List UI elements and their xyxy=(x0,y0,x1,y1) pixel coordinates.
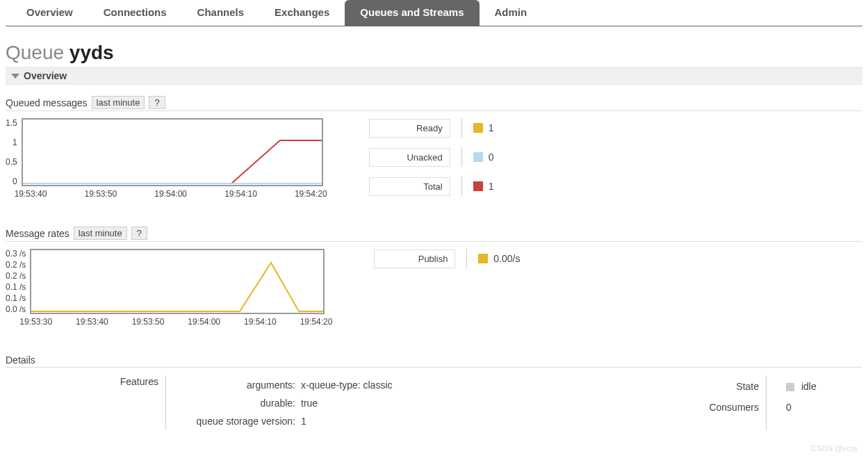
detail-value: true xyxy=(301,394,426,412)
ready-swatch-icon xyxy=(473,123,483,133)
state-value: idle xyxy=(786,376,862,397)
chart1-plot-area xyxy=(22,118,323,186)
message-rates-range-button[interactable]: last minute xyxy=(74,227,127,240)
consumers-value: 0 xyxy=(786,397,862,418)
tab-exchanges[interactable]: Exchanges xyxy=(259,0,345,26)
legend-total-value: 1 xyxy=(489,181,494,192)
entity-kind: Queue xyxy=(6,42,64,63)
message-rates-legend: Publish 0.00/s xyxy=(374,249,520,278)
message-rates-help-button[interactable]: ? xyxy=(131,227,147,240)
tab-overview[interactable]: Overview xyxy=(11,0,88,26)
entity-name: yyds xyxy=(69,42,114,63)
overview-section-label: Overview xyxy=(24,70,67,81)
publish-swatch-icon xyxy=(478,254,488,263)
detail-value: x-queue-type: classic xyxy=(301,376,426,394)
tab-connections[interactable]: Connections xyxy=(88,0,182,26)
tab-queues-streams[interactable]: Queues and Streams xyxy=(345,0,479,26)
details-grid: Features arguments: durable: queue stora… xyxy=(6,376,862,430)
legend-ready-value: 1 xyxy=(489,122,494,133)
tab-admin[interactable]: Admin xyxy=(480,0,543,26)
queued-messages-chart: 1.5 1 0.5 0 19:53:40 19:53:50 xyxy=(6,118,327,199)
legend-publish-value: 0.00/s xyxy=(493,253,520,264)
queued-messages-range-button[interactable]: last minute xyxy=(92,96,145,109)
legend-publish-button[interactable]: Publish xyxy=(374,250,455,268)
watermark: CSDN @vcoy xyxy=(811,444,858,452)
legend-unacked-value: 0 xyxy=(489,152,494,163)
legend-total-button[interactable]: Total xyxy=(369,177,450,196)
unacked-swatch-icon xyxy=(473,152,483,162)
chart2-x-axis: 19:53:30 19:53:40 19:53:50 19:54:00 19:5… xyxy=(19,314,332,327)
message-rates-header: Message rates last minute ? xyxy=(6,227,862,242)
consumers-label: Consumers xyxy=(426,397,759,418)
detail-key: durable: xyxy=(177,394,295,412)
chart1-y-axis: 1.5 1 0.5 0 xyxy=(6,118,22,188)
chart2-y-axis: 0.3 /s 0.2 /s 0.2 /s 0.1 /s 0.1 /s 0.0 /… xyxy=(6,249,30,316)
overview-section-header[interactable]: Overview xyxy=(6,67,862,85)
detail-value: 1 xyxy=(301,412,426,430)
queued-messages-header: Queued messages last minute ? xyxy=(6,96,862,111)
page-title: Queue yyds xyxy=(6,42,862,64)
chart2-plot-area xyxy=(30,249,325,314)
main-tabs: Overview Connections Channels Exchanges … xyxy=(6,0,862,26)
total-swatch-icon xyxy=(473,181,483,191)
legend-ready-button[interactable]: Ready xyxy=(369,119,450,138)
caret-down-icon xyxy=(11,74,19,79)
message-rates-title: Message rates xyxy=(6,228,69,239)
queued-messages-help-button[interactable]: ? xyxy=(149,96,165,109)
features-label: Features xyxy=(6,376,158,387)
queued-messages-title: Queued messages xyxy=(6,97,88,108)
state-swatch-icon xyxy=(786,383,794,391)
detail-key: arguments: xyxy=(177,376,295,394)
details-title: Details xyxy=(6,354,862,368)
queued-messages-legend: Ready 1 Unacked 0 Total 1 xyxy=(369,118,494,206)
state-label: State xyxy=(426,376,759,397)
tab-channels[interactable]: Channels xyxy=(182,0,260,26)
message-rates-chart: 0.3 /s 0.2 /s 0.2 /s 0.1 /s 0.1 /s 0.0 /… xyxy=(6,249,332,327)
detail-key: queue storage version: xyxy=(177,412,295,430)
legend-unacked-button[interactable]: Unacked xyxy=(369,148,450,167)
chart1-x-axis: 19:53:40 19:53:50 19:54:00 19:54:10 19:5… xyxy=(15,186,327,199)
